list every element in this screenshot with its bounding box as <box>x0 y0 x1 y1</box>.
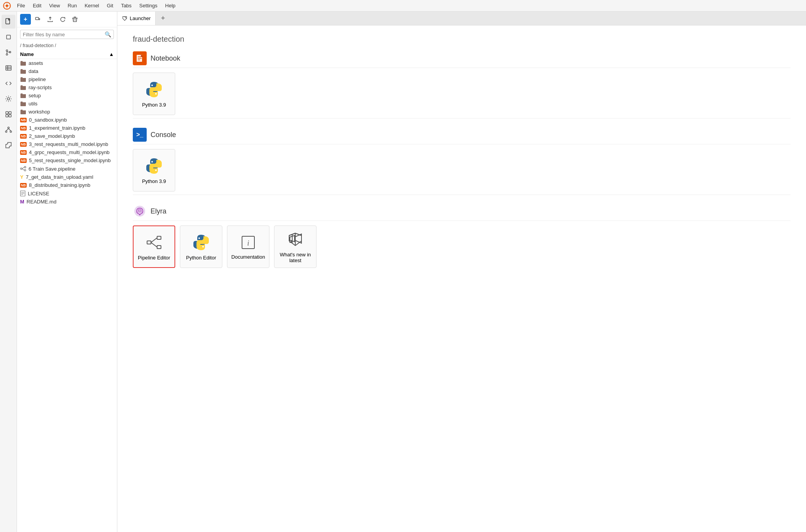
menu-tabs[interactable]: Tabs <box>118 2 134 9</box>
sidebar-puzzle-icon[interactable] <box>2 138 15 152</box>
menu-settings[interactable]: Settings <box>136 2 161 9</box>
upload-button[interactable] <box>32 14 43 25</box>
search-box[interactable]: 🔍 <box>20 30 114 39</box>
menu-view[interactable]: View <box>46 2 63 9</box>
notebook-section: Notebook Python 3.9 <box>133 51 791 119</box>
python39-console-card[interactable]: Python 3.9 <box>133 149 175 191</box>
elyra-section: Elyra Pipeline Editor <box>133 204 791 268</box>
svg-rect-16 <box>36 17 39 20</box>
python-notebook-icon <box>145 80 163 99</box>
svg-point-26 <box>155 169 157 171</box>
list-item[interactable]: NB 8_distributed_training.ipynb <box>17 181 117 189</box>
list-item[interactable]: utils <box>17 100 117 108</box>
sidebar-git-icon[interactable] <box>2 46 15 59</box>
list-item[interactable]: assets <box>17 59 117 67</box>
console-section: >_ Console Python 3.9 <box>133 128 791 195</box>
list-item[interactable]: setup <box>17 91 117 100</box>
list-item[interactable]: ray-scripts <box>17 83 117 91</box>
add-tab-button[interactable]: + <box>157 13 169 24</box>
documentation-icon: i <box>240 234 257 251</box>
elyra-header-icon <box>133 204 147 218</box>
svg-rect-11 <box>6 115 8 117</box>
svg-point-14 <box>5 131 7 132</box>
svg-rect-10 <box>9 112 11 114</box>
launcher-title: fraud-detection <box>133 35 791 44</box>
list-item[interactable]: M README.md <box>17 198 117 206</box>
console-divider <box>133 195 791 195</box>
file-name: 5_rest_requests_single_model.ipynb <box>29 158 111 163</box>
new-file-button[interactable]: + <box>20 14 31 25</box>
python-editor-card[interactable]: Python Editor <box>180 225 222 268</box>
sidebar-data-icon[interactable] <box>2 107 15 121</box>
file-name: 7_get_data_train_upload.yaml <box>26 174 93 180</box>
sidebar-code-icon[interactable] <box>2 76 15 90</box>
notebook-header-icon <box>133 51 147 65</box>
sidebar-nodes-icon[interactable] <box>2 123 15 137</box>
file-name: data <box>29 68 38 74</box>
whats-new-label: What's new in latest <box>278 252 313 263</box>
svg-point-5 <box>6 54 8 55</box>
menu-run[interactable]: Run <box>64 2 80 9</box>
clear-button[interactable] <box>69 14 80 25</box>
list-item[interactable]: data <box>17 67 117 75</box>
list-item[interactable]: NB 4_grpc_requests_multi_model.ipynb <box>17 148 117 156</box>
documentation-label: Documentation <box>231 254 265 260</box>
file-name: setup <box>29 93 41 98</box>
svg-point-4 <box>6 50 8 51</box>
notebook-file-icon: NB <box>20 134 27 139</box>
whats-new-card[interactable]: What's new in latest <box>274 225 317 268</box>
list-item[interactable]: NB 5_rest_requests_single_model.ipynb <box>17 156 117 164</box>
list-item[interactable]: workshop <box>17 108 117 116</box>
file-name: 6 Train Save.pipeline <box>29 166 75 172</box>
list-item[interactable]: LICENSE <box>17 189 117 198</box>
svg-text:i: i <box>247 239 249 247</box>
svg-point-8 <box>7 98 10 100</box>
notebook-file-icon: NB <box>20 118 27 122</box>
search-input[interactable] <box>23 32 105 37</box>
file-list-header: Name ▲ <box>17 50 117 59</box>
svg-rect-9 <box>6 112 8 114</box>
svg-point-18 <box>24 166 26 168</box>
svg-point-17 <box>20 168 22 169</box>
pipeline-editor-card[interactable]: Pipeline Editor <box>133 225 175 268</box>
notebook-icon-svg <box>135 54 144 63</box>
tab-label: Launcher <box>130 15 151 21</box>
refresh-button[interactable] <box>57 14 68 25</box>
sidebar-files-icon[interactable] <box>2 15 15 29</box>
menu-file[interactable]: File <box>14 2 28 9</box>
menu-kernel[interactable]: Kernel <box>81 2 102 9</box>
list-item[interactable]: pipeline <box>17 75 117 83</box>
folder-icon <box>20 109 26 115</box>
list-item[interactable]: NB 1_experiment_train.ipynb <box>17 124 117 132</box>
elyra-section-title: Elyra <box>151 207 166 215</box>
svg-rect-30 <box>157 246 161 249</box>
notebook-file-icon: NB <box>20 142 27 147</box>
python-editor-icon <box>192 233 210 252</box>
launcher-tab[interactable]: Launcher <box>117 12 156 25</box>
svg-point-23 <box>151 85 153 86</box>
folder-icon <box>20 69 26 74</box>
documentation-card[interactable]: i Documentation <box>227 225 269 268</box>
list-item[interactable]: 6 Train Save.pipeline <box>17 164 117 173</box>
file-name: 1_experiment_train.ipynb <box>29 125 85 131</box>
folder-icon <box>20 77 26 82</box>
python-console-icon <box>145 157 163 175</box>
launcher-panel: fraud-detection Notebook <box>117 25 806 532</box>
menu-git[interactable]: Git <box>104 2 117 9</box>
python39-notebook-card[interactable]: Python 3.9 <box>133 73 175 115</box>
list-item[interactable]: NB 0_sandbox.ipynb <box>17 116 117 124</box>
sidebar-settings-icon[interactable] <box>2 92 15 106</box>
svg-point-31 <box>198 237 200 239</box>
file-name: assets <box>29 60 43 66</box>
list-item[interactable]: Y 7_get_data_train_upload.yaml <box>17 173 117 181</box>
menu-edit[interactable]: Edit <box>30 2 44 9</box>
file-name: LICENSE <box>28 191 49 197</box>
sidebar-stop-icon[interactable] <box>2 30 15 44</box>
upload-files-button[interactable] <box>45 14 56 25</box>
file-name: 3_rest_requests_multi_model.ipynb <box>29 141 108 147</box>
list-item[interactable]: NB 3_rest_requests_multi_model.ipynb <box>17 140 117 148</box>
menu-help[interactable]: Help <box>162 2 179 9</box>
list-item[interactable]: NB 2_save_model.ipynb <box>17 132 117 140</box>
sidebar-table-icon[interactable] <box>2 61 15 75</box>
whats-new-icon <box>286 230 305 249</box>
